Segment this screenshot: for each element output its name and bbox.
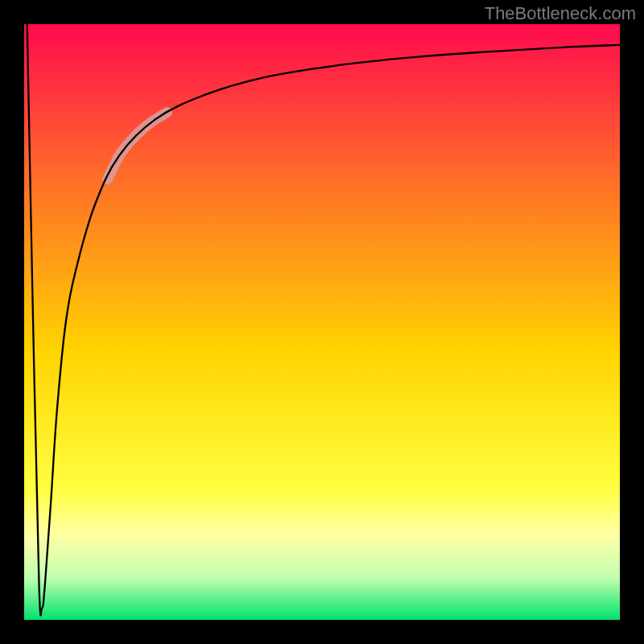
bottleneck-chart — [0, 0, 644, 644]
chart-container: TheBottleneck.com — [0, 0, 644, 644]
watermark-text: TheBottleneck.com — [485, 3, 636, 24]
plot-background — [24, 24, 620, 620]
